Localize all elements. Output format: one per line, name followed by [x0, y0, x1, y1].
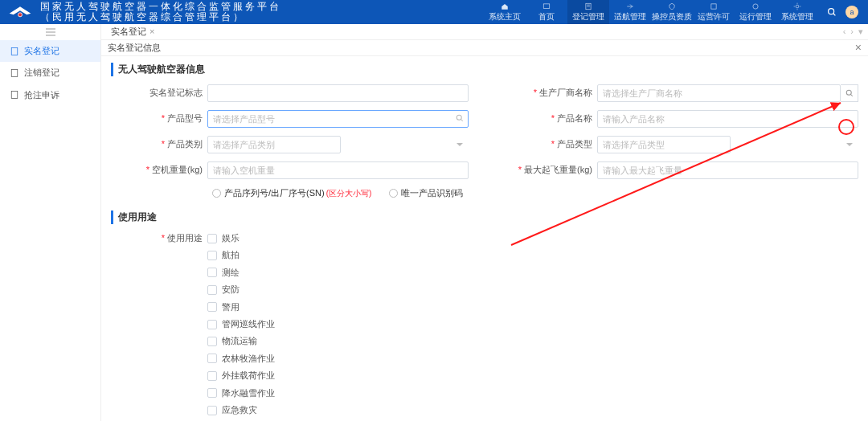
svg-point-10: [846, 90, 851, 95]
app-logo: [6, 4, 34, 20]
usage-checkbox[interactable]: 物流运输: [207, 335, 275, 347]
nav-registration[interactable]: 登记管理: [567, 0, 609, 24]
app-title-line2: （民用无人驾驶航空器综合管理平台）: [40, 12, 281, 22]
input-empty-weight[interactable]: [207, 161, 469, 179]
svg-point-5: [796, 5, 799, 8]
checkbox-icon[interactable]: [207, 388, 217, 398]
select-type[interactable]: [597, 136, 858, 153]
form-content: 无人驾驶航空器信息 实名登记标志 生产厂商名称: [101, 56, 868, 421]
tab-active[interactable]: 实名登记 ×: [106, 26, 159, 38]
input-reg-mark[interactable]: [207, 84, 469, 102]
sidebar-toggle[interactable]: [0, 24, 100, 40]
usage-checkbox[interactable]: 外挂载荷作业: [207, 370, 275, 382]
header-right: a: [826, 6, 858, 18]
input-model[interactable]: [207, 110, 469, 128]
radio-sn[interactable]: 产品序列号/出厂序号(SN)(区分大小写): [212, 187, 371, 199]
svg-rect-3: [711, 3, 716, 8]
tab-strip: 实名登记 × ‹ › ▾: [101, 24, 868, 40]
sidebar-item-label: 抢注申诉: [24, 89, 59, 101]
usage-checkbox[interactable]: 管网巡线作业: [207, 318, 275, 330]
checkbox-icon[interactable]: [207, 371, 217, 381]
label-model: 产品型号: [111, 112, 207, 125]
label-type: 产品类型: [501, 138, 597, 150]
usage-checkbox[interactable]: 应急救灾: [207, 404, 275, 416]
sidebar: 实名登记 注销登记 抢注申诉: [0, 24, 101, 421]
input-manufacturer[interactable]: [597, 84, 841, 102]
input-product-name[interactable]: [597, 110, 858, 128]
main-area: 实名登记 × ‹ › ▾ 实名登记信息 × 无人驾驶航空器信息 实名登记标志: [101, 24, 868, 421]
manufacturer-lookup-button[interactable]: [841, 84, 858, 102]
usage-checkbox[interactable]: 娱乐: [207, 232, 275, 244]
app-header: 国家无人驾驶航空器一体化综合监管服务平台 （民用无人驾驶航空器综合管理平台） 系…: [0, 0, 868, 24]
nav-pilot[interactable]: 操控员资质: [651, 0, 693, 24]
tab-close-icon[interactable]: ×: [149, 26, 154, 38]
sidebar-item-appeal[interactable]: 抢注申诉: [0, 84, 100, 106]
usage-checkbox[interactable]: 测绘: [207, 267, 275, 279]
svg-point-0: [18, 13, 23, 17]
checkbox-icon[interactable]: [207, 406, 217, 415]
search-icon: [455, 113, 465, 123]
app-title-block: 国家无人驾驶航空器一体化综合监管服务平台 （民用无人驾驶航空器综合管理平台）: [40, 2, 281, 22]
label-usage: 使用用途: [111, 232, 207, 421]
checkbox-icon[interactable]: [207, 337, 217, 346]
search-icon[interactable]: [826, 6, 837, 18]
tab-menu-icon[interactable]: ▾: [858, 26, 863, 38]
nav-operating[interactable]: 运营许可: [693, 0, 735, 24]
radio-uid[interactable]: 唯一产品识别码: [389, 187, 463, 199]
usage-checkbox[interactable]: 航拍: [207, 249, 275, 261]
search-icon: [845, 88, 854, 98]
tab-nav-next-icon[interactable]: ›: [850, 26, 854, 38]
nav-index[interactable]: 首页: [526, 0, 567, 24]
usage-checkbox[interactable]: 降水融雪作业: [207, 387, 275, 399]
svg-point-11: [457, 115, 461, 120]
select-category[interactable]: [207, 136, 469, 153]
usage-checkbox[interactable]: 警用: [207, 301, 275, 313]
checkbox-icon[interactable]: [207, 285, 217, 295]
label-category: 产品类别: [111, 138, 207, 150]
label-manufacturer: 生产厂商名称: [501, 87, 597, 99]
input-mtow[interactable]: [597, 161, 858, 179]
svg-rect-9: [11, 92, 18, 99]
svg-rect-8: [11, 70, 18, 77]
sidebar-item-realname[interactable]: 实名登记: [0, 40, 100, 62]
svg-point-6: [829, 9, 834, 14]
label-mtow: 最大起飞重量(kg): [501, 164, 597, 176]
nav-home[interactable]: 系统主页: [484, 0, 526, 24]
nav-airworthiness[interactable]: 适航管理: [609, 0, 651, 24]
section-usage-title: 使用用途: [111, 210, 858, 224]
tab-nav-prev-icon[interactable]: ‹: [843, 26, 846, 38]
panel-close-icon[interactable]: ×: [855, 40, 862, 56]
label-product-name: 产品名称: [501, 112, 597, 125]
checkbox-icon[interactable]: [207, 354, 217, 363]
section-aircraft-title: 无人驾驶航空器信息: [111, 63, 858, 76]
checkbox-icon[interactable]: [207, 302, 217, 312]
label-empty-weight: 空机重量(kg): [111, 164, 207, 176]
usage-checkbox[interactable]: 农林牧渔作业: [207, 353, 275, 365]
sidebar-item-label: 实名登记: [24, 45, 59, 57]
usage-checkbox[interactable]: 安防: [207, 284, 275, 296]
label-reg-mark: 实名登记标志: [111, 87, 207, 99]
panel-titlebar: 实名登记信息 ×: [101, 40, 868, 56]
svg-point-4: [753, 3, 758, 8]
checkbox-icon[interactable]: [207, 251, 217, 260]
checkbox-icon[interactable]: [207, 234, 217, 243]
avatar[interactable]: a: [845, 6, 858, 18]
top-nav: 系统主页 首页 登记管理 适航管理 操控员资质 运营许可 运行管理 系统管理: [484, 0, 818, 24]
panel-title: 实名登记信息: [108, 42, 161, 54]
sidebar-item-deregister[interactable]: 注销登记: [0, 62, 100, 84]
nav-runtime[interactable]: 运行管理: [735, 0, 776, 24]
svg-rect-1: [543, 3, 550, 8]
svg-rect-7: [11, 47, 18, 55]
checkbox-icon[interactable]: [207, 268, 217, 277]
nav-system[interactable]: 系统管理: [776, 0, 818, 24]
usage-list: 娱乐航拍测绘安防警用管网巡线作业物流运输农林牧渔作业外挂载荷作业降水融雪作业应急…: [207, 232, 275, 421]
sidebar-item-label: 注销登记: [24, 67, 59, 79]
checkbox-icon[interactable]: [207, 320, 217, 329]
